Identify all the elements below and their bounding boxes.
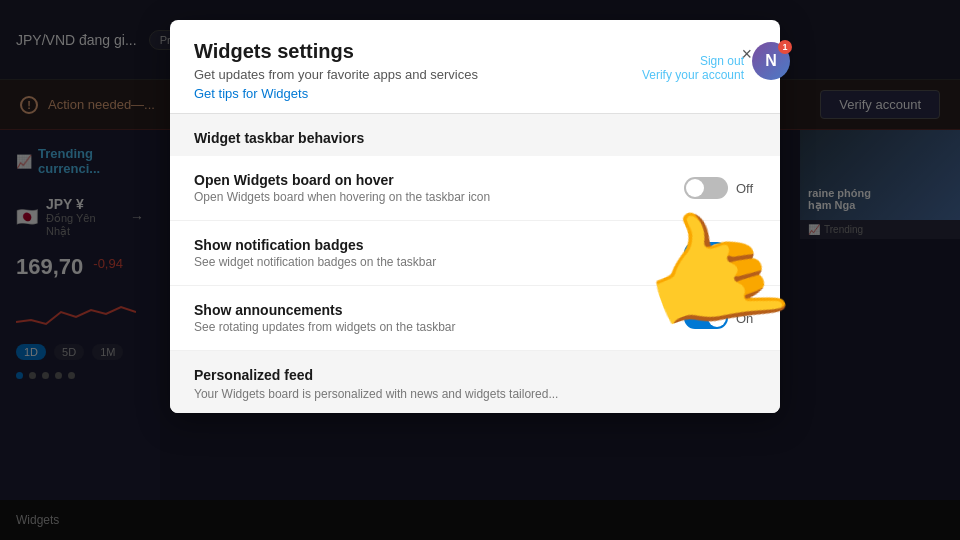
toggle-label-badges: Show notification badges (194, 237, 684, 253)
verify-account-link[interactable]: Verify your account (642, 68, 744, 82)
toggle-switch-hover[interactable] (684, 177, 728, 199)
toggle-desc-hover: Open Widgets board when hovering on the … (194, 190, 684, 204)
toggle-row-hover: Open Widgets board on hover Open Widgets… (170, 156, 780, 221)
account-row: nhuy14085@gmail.com Sign out Verify your… (618, 40, 790, 82)
toggle-right-hover: Off (684, 177, 756, 199)
personalized-desc: Your Widgets board is personalized with … (194, 387, 756, 401)
sign-out-link[interactable]: Sign out (700, 54, 744, 68)
toggle-switch-announcements[interactable] (684, 307, 728, 329)
avatar[interactable]: N 1 (752, 42, 790, 80)
toggle-row-announcements: Show announcements See rotating updates … (170, 286, 780, 351)
account-email: nhuy14085@gmail.com (618, 40, 744, 54)
toggle-label-announcements: Show announcements (194, 302, 684, 318)
toggle-rows: Open Widgets board on hover Open Widgets… (170, 156, 780, 351)
personalized-section: Personalized feed Your Widgets board is … (170, 351, 780, 413)
account-area: nhuy14085@gmail.com Sign out Verify your… (618, 40, 790, 82)
section-heading: Widget taskbar behaviors (170, 113, 780, 156)
panel-subtitle: Get updates from your favorite apps and … (194, 67, 478, 82)
toggle-info-announcements: Show announcements See rotating updates … (194, 302, 684, 334)
toggle-state-badges: On (736, 246, 756, 261)
toggle-switch-badges[interactable] (684, 242, 728, 264)
panel-title: Widgets settings (194, 40, 478, 63)
tips-link[interactable]: Get tips for Widgets (194, 86, 478, 101)
personalized-title: Personalized feed (194, 367, 756, 383)
toggle-desc-announcements: See rotating updates from widgets on the… (194, 320, 684, 334)
toggle-row-badges: Show notification badges See widget noti… (170, 221, 780, 286)
toggle-right-badges: On (684, 242, 756, 264)
avatar-badge: 1 (778, 40, 792, 54)
panel-header-left: Widgets settings Get updates from your f… (194, 40, 478, 101)
toggle-label-hover: Open Widgets board on hover (194, 172, 684, 188)
toggle-desc-badges: See widget notification badges on the ta… (194, 255, 684, 269)
toggle-info-badges: Show notification badges See widget noti… (194, 237, 684, 269)
toggle-state-announcements: On (736, 311, 756, 326)
toggle-info-hover: Open Widgets board on hover Open Widgets… (194, 172, 684, 204)
toggle-right-announcements: On (684, 307, 756, 329)
toggle-state-hover: Off (736, 181, 756, 196)
